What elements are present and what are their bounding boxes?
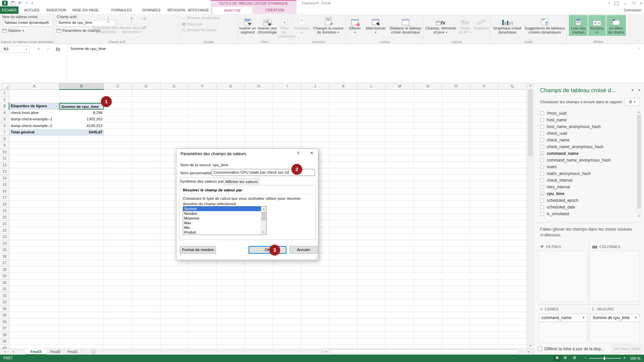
field-item-command_name[interactable]: ✓command_name — [540, 150, 634, 157]
column-header-N[interactable]: N — [414, 83, 442, 90]
field-item-check_uuid[interactable]: check_uuid — [540, 130, 634, 137]
pivot-row-label[interactable]: dump-check-example--1 — [9, 116, 59, 123]
view-page-layout-icon[interactable]: ▤ — [564, 356, 567, 359]
pivot-row-value[interactable]: 4135,312 — [59, 123, 104, 129]
scroll-up-icon[interactable]: ▲ — [261, 206, 266, 212]
listbox-scrollbar-thumb[interactable] — [262, 212, 266, 221]
help-icon[interactable]: ? — [608, 1, 610, 5]
column-header-D[interactable]: D — [132, 83, 160, 90]
field-scrollbar-thumb[interactable] — [637, 115, 641, 208]
checkbox-icon[interactable] — [540, 205, 544, 209]
sheet-nav-right-icon[interactable]: ▸ — [13, 350, 14, 353]
checkbox-icon[interactable] — [540, 172, 544, 176]
ribbon-display-options-icon[interactable]: ^ — [614, 2, 619, 5]
row-header-22[interactable]: 22 — [0, 227, 9, 234]
defer-layout-checkbox[interactable] — [538, 347, 542, 351]
tab-fichier[interactable]: FICHIER — [0, 6, 18, 14]
number-format-button[interactable]: Format de nombre — [180, 246, 216, 254]
zoom-level[interactable]: 100 % — [630, 356, 640, 360]
checkbox-icon[interactable] — [540, 158, 544, 162]
redo-icon[interactable]: ↷ — [25, 1, 29, 5]
zoom-slider-track[interactable] — [589, 358, 621, 359]
tab-analyse[interactable]: ANALYSE — [212, 6, 253, 14]
ok-button[interactable]: OK — [249, 246, 286, 254]
select-all-corner[interactable] — [0, 83, 9, 90]
column-header-O[interactable]: O — [442, 83, 470, 90]
collapse-ribbon-icon[interactable]: ⌃ — [637, 40, 639, 43]
formula-content[interactable]: Somme de cpu_time — [70, 47, 106, 51]
tab-donnees[interactable]: DONNÉES — [142, 6, 160, 14]
column-header-Q[interactable]: Q — [498, 83, 527, 90]
tab-creation[interactable]: CRÉATION — [254, 6, 295, 14]
dialog-help-icon[interactable]: ? — [297, 151, 299, 156]
row-header-39[interactable]: 39 — [0, 338, 9, 345]
field-item-scheduled_epoch[interactable]: scheduled_epoch — [540, 197, 634, 204]
save-icon[interactable] — [11, 1, 15, 5]
columns-dropzone[interactable] — [590, 251, 640, 302]
field-item-realm_anonymous_hash[interactable]: realm_anonymous_hash — [540, 170, 634, 177]
cancel-formula-icon[interactable]: ✕ — [37, 47, 41, 52]
scroll-down-icon[interactable]: ▼ — [637, 215, 641, 217]
column-header-F[interactable]: F — [189, 83, 217, 90]
sheet-tab-feuil2[interactable]: Feuil2 — [47, 349, 64, 355]
restore-icon[interactable]: ❐ — [632, 1, 635, 6]
field-item-command_name_anonymous_hash[interactable]: command_name_anonymous_hash — [540, 157, 634, 164]
insert-function-icon[interactable]: fx — [56, 46, 60, 52]
pivot-total-value[interactable]: 5445,87 — [59, 129, 104, 136]
row-header-3[interactable]: 3 — [0, 103, 9, 110]
field-item-retry_interval[interactable]: retry_interval — [540, 184, 634, 190]
checkbox-icon[interactable] — [540, 178, 544, 182]
scroll-up-icon[interactable]: ▲ — [527, 84, 534, 87]
row-header-36[interactable]: 36 — [0, 319, 9, 325]
values-field-chip[interactable]: Somme de cpu_time ▼ — [590, 314, 640, 322]
zoom-out-icon[interactable]: − — [584, 356, 587, 360]
row-header-4[interactable]: 4 — [0, 110, 9, 116]
row-header-17[interactable]: 17 — [0, 194, 9, 201]
summary-function-listbox[interactable]: SommeNombreMoyenneMaxMinProduit ▲ ▼ — [183, 206, 267, 235]
move-pivottable-button[interactable]: → Déplacer le tableaucroisé dynamique — [388, 15, 423, 34]
cancel-button[interactable]: Annuler — [289, 246, 318, 254]
row-header-21[interactable]: 21 — [0, 221, 9, 227]
qat-customize-icon[interactable]: ▾ — [32, 2, 33, 5]
summary-option-produit[interactable]: Produit — [183, 230, 261, 235]
options-button[interactable]: Options▼ — [2, 28, 24, 33]
column-header-K[interactable]: K — [329, 83, 358, 90]
row-header-35[interactable]: 35 — [0, 312, 9, 319]
field-item-scheduled_date[interactable]: scheduled_date — [540, 204, 634, 210]
tab-show-values-as[interactable]: Afficher les valeurs — [224, 178, 260, 185]
row-header-19[interactable]: 19 — [0, 207, 9, 214]
rows-dropzone[interactable] — [539, 323, 587, 343]
pivot-name-input[interactable]: Tableau croisé dynamique5 — [2, 20, 53, 26]
row-header-37[interactable]: 37 — [0, 325, 9, 332]
vertical-scrollbar[interactable]: ▲ ▼ — [527, 83, 534, 349]
tools-gear-button[interactable]: ⚙ ▼ — [625, 98, 640, 106]
row-header-15[interactable]: 15 — [0, 181, 9, 188]
pane-options-icon[interactable]: ▼ — [631, 88, 634, 92]
change-data-source-button[interactable]: ⟳ Changer la source de données ▼ — [312, 15, 345, 35]
pivot-row-label[interactable]: check-host-alive — [9, 110, 59, 116]
row-header-27[interactable]: 27 — [0, 260, 9, 266]
checkbox-icon[interactable] — [540, 212, 544, 216]
view-normal-icon[interactable]: ▦ — [553, 356, 561, 361]
summary-option-nombre[interactable]: Nombre — [183, 211, 261, 216]
drill-down-button[interactable]: Descendre dansla hiérarchie — [92, 26, 120, 34]
tab-scrollbar-splitter[interactable]: ⋮⋮ — [319, 350, 324, 353]
tab-insertion[interactable]: INSERTION — [46, 6, 66, 14]
zoom-slider-thumb[interactable] — [604, 357, 605, 360]
expand-field-icon[interactable]: +≣ — [141, 16, 147, 21]
row-header-33[interactable]: 33 — [0, 299, 9, 306]
row-header-28[interactable]: 28 — [0, 266, 9, 273]
relationships-button[interactable]: Relations — [473, 15, 490, 30]
column-header-H[interactable]: H — [245, 83, 273, 90]
column-header-L[interactable]: L — [358, 83, 386, 90]
pivotchart-button[interactable]: Graphique croisédynamique — [491, 15, 523, 34]
dialog-close-icon[interactable]: × — [310, 150, 313, 156]
hscroll-right-icon[interactable]: ► — [527, 350, 530, 353]
field-item-realm[interactable]: realm — [540, 164, 634, 170]
new-sheet-icon[interactable]: + — [91, 350, 96, 354]
checkbox-icon[interactable] — [540, 145, 544, 149]
collapse-field-icon[interactable]: −≣ — [141, 25, 147, 29]
row-header-32[interactable]: 32 — [0, 293, 9, 299]
row-header-24[interactable]: 24 — [0, 240, 9, 247]
row-header-31[interactable]: 31 — [0, 286, 9, 293]
